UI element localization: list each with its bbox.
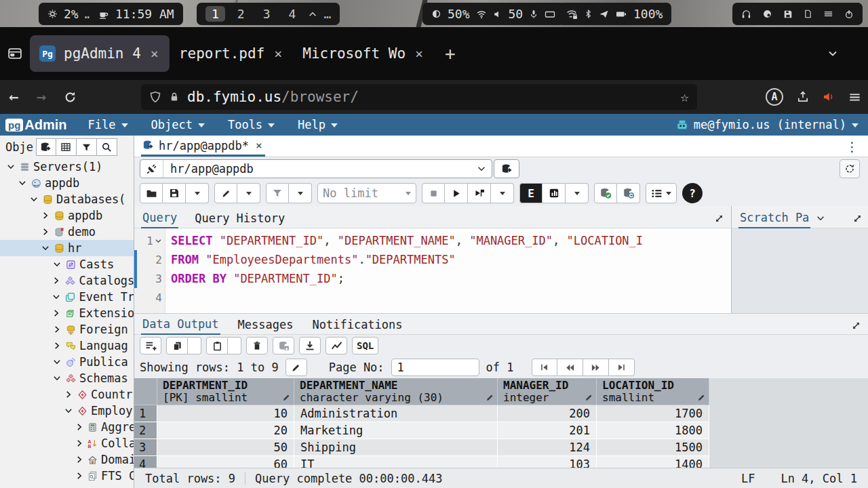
- collapse-chevron-icon[interactable]: [63, 407, 73, 415]
- next-page-button[interactable]: [583, 359, 609, 376]
- table-cell[interactable]: 1700: [597, 405, 709, 422]
- table-cell[interactable]: 10: [157, 405, 294, 422]
- execute-dropdown-button[interactable]: [491, 183, 514, 203]
- expand-panel-icon[interactable]: [714, 214, 724, 224]
- filter-button[interactable]: [77, 138, 97, 156]
- close-icon[interactable]: ×: [256, 139, 262, 152]
- network-battery-indicators[interactable]: 100%: [557, 3, 671, 25]
- expand-chevron-icon[interactable]: [40, 228, 50, 236]
- help-button[interactable]: ?: [682, 183, 703, 203]
- tree-item-extensio[interactable]: Extensio: [0, 305, 134, 321]
- table-cell[interactable]: 50: [157, 439, 294, 456]
- tree-item-appdb[interactable]: appdb: [0, 207, 134, 224]
- collapse-chevron-icon[interactable]: [40, 244, 50, 252]
- save-page-icon[interactable]: [797, 91, 809, 103]
- browser-tab-word[interactable]: Microsoft Wo ×: [293, 35, 434, 72]
- table-cell[interactable]: 200: [498, 405, 597, 422]
- chevron-up-icon[interactable]: [308, 9, 317, 19]
- collapse-chevron-icon[interactable]: [5, 163, 16, 171]
- menu-tools[interactable]: Tools: [228, 118, 275, 131]
- edit-dropdown-button[interactable]: [237, 183, 260, 203]
- tree-item-publica[interactable]: Publica: [0, 354, 134, 370]
- av-indicators[interactable]: 50% 50: [422, 3, 564, 25]
- lock-icon[interactable]: [169, 92, 180, 102]
- hamburger-menu-icon[interactable]: [848, 91, 861, 104]
- new-tab-button[interactable]: +: [434, 43, 467, 64]
- panel-kebab-menu-icon[interactable]: ⋮: [846, 139, 859, 154]
- system-tray[interactable]: [732, 3, 863, 25]
- delete-row-button[interactable]: [246, 337, 268, 354]
- commit-button[interactable]: [594, 183, 617, 203]
- extension-icon[interactable]: [823, 91, 835, 103]
- back-button[interactable]: ←: [0, 87, 27, 106]
- collapse-chevron-icon[interactable]: [52, 358, 62, 366]
- connection-refresh-button[interactable]: [840, 159, 860, 178]
- previous-page-button[interactable]: [557, 359, 583, 376]
- collapse-chevron-icon[interactable]: [52, 260, 62, 268]
- row-number[interactable]: 2: [134, 422, 157, 439]
- filter-dropdown-button[interactable]: [289, 183, 312, 203]
- column-header-department_name[interactable]: DEPARTMENT_NAMEcharacter varying (30): [294, 378, 498, 405]
- tree-item-foreign[interactable]: Foreign: [0, 321, 134, 338]
- workspace-2[interactable]: 2: [231, 6, 251, 22]
- tab-query-history[interactable]: Query History: [193, 209, 286, 228]
- save-data-button[interactable]: [273, 337, 294, 354]
- row-limit-select[interactable]: No limit: [317, 183, 416, 203]
- tree-item-casts[interactable]: Casts: [0, 256, 134, 272]
- show-sql-button[interactable]: SQL: [352, 337, 378, 354]
- table-cell[interactable]: 1800: [597, 422, 709, 439]
- firefox-view-icon[interactable]: [0, 46, 30, 61]
- tree-item-countr[interactable]: Countr: [0, 386, 134, 403]
- table-cell[interactable]: IT: [294, 456, 498, 468]
- workspace-3[interactable]: 3: [257, 6, 277, 22]
- macros-button[interactable]: [646, 183, 677, 203]
- editor-code[interactable]: SELECT "DEPARTMENT_ID", "DEPARTMENT_NAME…: [165, 228, 731, 313]
- more-workspaces[interactable]: …: [323, 7, 331, 21]
- close-tab-icon[interactable]: ×: [414, 45, 425, 62]
- search-objects-button[interactable]: [97, 138, 117, 156]
- expand-chevron-icon[interactable]: [52, 309, 62, 317]
- connection-selector[interactable]: hr/app@appdb: [140, 159, 492, 178]
- row-number[interactable]: 3: [134, 439, 157, 456]
- row-number[interactable]: 4: [134, 456, 157, 468]
- close-tab-icon[interactable]: ×: [273, 45, 283, 62]
- tab-notifications[interactable]: Notifications: [311, 315, 403, 334]
- expand-chevron-icon[interactable]: [75, 455, 84, 464]
- tree-item-event-tr[interactable]: Event Tr: [0, 289, 134, 305]
- copy-dropdown-button[interactable]: [188, 337, 201, 354]
- rollback-button[interactable]: [617, 183, 640, 203]
- cursor-position[interactable]: Ln 4, Col 1: [781, 472, 857, 485]
- close-tab-icon[interactable]: ×: [149, 45, 160, 62]
- row-number[interactable]: 1: [134, 405, 157, 422]
- expand-chevron-icon[interactable]: [75, 423, 84, 431]
- expand-chevron-icon[interactable]: [52, 277, 62, 285]
- menu-help[interactable]: Help: [298, 118, 338, 131]
- tree-item-fts-c[interactable]: FTS C: [0, 468, 134, 484]
- add-row-button[interactable]: [140, 337, 161, 354]
- tab-scratch-pad[interactable]: Scratch Pa: [738, 208, 810, 228]
- expand-chevron-icon[interactable]: [63, 390, 73, 399]
- code-fold-icon[interactable]: [155, 237, 162, 245]
- table-cell[interactable]: 124: [498, 439, 597, 456]
- graph-visualiser-button[interactable]: [326, 337, 347, 354]
- download-results-button[interactable]: [299, 337, 321, 354]
- account-icon[interactable]: A: [766, 88, 783, 106]
- table-cell[interactable]: 1400: [597, 456, 709, 468]
- url-bar[interactable]: db.fymio.us/browser/ ☆: [141, 84, 697, 110]
- table-cell[interactable]: Marketing: [294, 422, 498, 439]
- tab-data-output[interactable]: Data Output: [141, 314, 220, 335]
- last-page-button[interactable]: [609, 359, 635, 376]
- workspace-4[interactable]: 4: [283, 6, 302, 22]
- sql-editor[interactable]: 1234 SELECT "DEPARTMENT_ID", "DEPARTMENT…: [134, 228, 731, 313]
- view-data-button[interactable]: [56, 138, 77, 156]
- save-file-button[interactable]: [163, 183, 186, 203]
- execute-button[interactable]: [445, 183, 468, 203]
- collapse-chevron-icon[interactable]: [17, 179, 27, 187]
- tree-item-aggre[interactable]: Aggre: [0, 419, 134, 435]
- tab-messages[interactable]: Messages: [237, 315, 295, 334]
- chevron-down-icon[interactable]: [816, 214, 825, 223]
- sort-filter-button[interactable]: [266, 183, 289, 203]
- forward-button[interactable]: →: [27, 87, 54, 106]
- menu-file[interactable]: File: [88, 118, 128, 131]
- table-cell[interactable]: 1500: [597, 439, 709, 456]
